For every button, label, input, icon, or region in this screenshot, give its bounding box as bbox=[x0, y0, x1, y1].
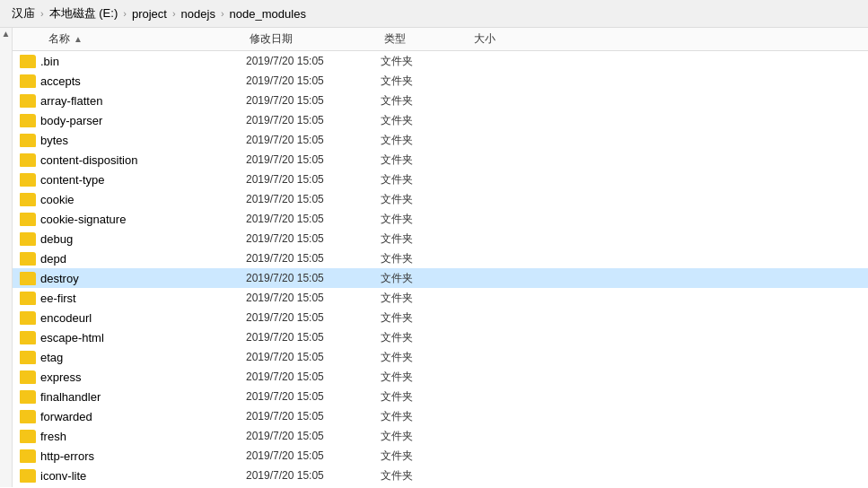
table-row[interactable]: cookie-signature 2019/7/20 15:05 文件夹 bbox=[13, 209, 868, 229]
table-row[interactable]: accepts 2019/7/20 15:05 文件夹 bbox=[13, 71, 868, 91]
folder-icon bbox=[20, 173, 36, 187]
breadcrumb-item-1[interactable]: 本地磁盘 (E:) bbox=[49, 5, 118, 22]
folder-icon bbox=[20, 410, 36, 423]
file-name-cell: cookie-signature bbox=[13, 213, 246, 226]
table-row[interactable]: debug 2019/7/20 15:05 文件夹 bbox=[13, 229, 868, 248]
file-date-cell: 2019/7/20 15:05 bbox=[246, 272, 381, 284]
file-name-text: encodeurl bbox=[40, 311, 92, 325]
file-name-text: debug bbox=[40, 232, 73, 246]
file-type-cell: 文件夹 bbox=[381, 291, 470, 306]
table-row[interactable]: bytes 2019/7/20 15:05 文件夹 bbox=[13, 130, 868, 150]
file-date-cell: 2019/7/20 15:05 bbox=[246, 410, 381, 423]
table-row[interactable]: express 2019/7/20 15:05 文件夹 bbox=[13, 367, 868, 387]
file-name-text: forwarded bbox=[40, 410, 92, 423]
file-type-cell: 文件夹 bbox=[381, 389, 470, 405]
table-row[interactable]: escape-html 2019/7/20 15:05 文件夹 bbox=[13, 327, 868, 347]
breadcrumb-item-0[interactable]: 汉庙 bbox=[12, 5, 35, 22]
table-row[interactable]: encodeurl 2019/7/20 15:05 文件夹 bbox=[13, 308, 868, 327]
file-name-cell: debug bbox=[13, 232, 246, 246]
file-name-text: .bin bbox=[40, 55, 59, 68]
file-name-cell: etag bbox=[13, 351, 246, 364]
table-row[interactable]: array-flatten 2019/7/20 15:05 文件夹 bbox=[13, 91, 868, 110]
file-type-cell: 文件夹 bbox=[381, 93, 470, 109]
left-nav-arrow[interactable]: ▲ bbox=[0, 28, 12, 40]
folder-icon bbox=[20, 134, 36, 147]
folder-icon bbox=[20, 213, 36, 226]
file-date-cell: 2019/7/20 15:05 bbox=[246, 232, 381, 245]
left-pane: ▲ bbox=[0, 28, 13, 487]
file-date-cell: 2019/7/20 15:05 bbox=[246, 469, 381, 482]
file-type-cell: 文件夹 bbox=[381, 449, 470, 464]
sort-arrow-icon: ▲ bbox=[74, 34, 83, 44]
file-name-cell: accepts bbox=[13, 74, 246, 88]
col-size-header[interactable]: 大小 bbox=[470, 31, 542, 47]
table-row[interactable]: content-type 2019/7/20 15:05 文件夹 bbox=[13, 170, 868, 189]
table-row[interactable]: iconv-lite 2019/7/20 15:05 文件夹 bbox=[13, 466, 868, 485]
folder-icon bbox=[20, 193, 36, 206]
file-name-cell: content-disposition bbox=[13, 153, 246, 167]
file-name-text: http-errors bbox=[40, 449, 94, 463]
table-row[interactable]: fresh 2019/7/20 15:05 文件夹 bbox=[13, 426, 868, 446]
file-name-cell: .bin bbox=[13, 55, 246, 68]
file-type-cell: 文件夹 bbox=[381, 429, 470, 444]
breadcrumb-sep-0: › bbox=[40, 8, 44, 19]
file-type-cell: 文件夹 bbox=[381, 133, 470, 148]
folder-icon bbox=[20, 94, 36, 108]
table-row[interactable]: finalhandler 2019/7/20 15:05 文件夹 bbox=[13, 387, 868, 406]
file-name-text: content-disposition bbox=[40, 153, 137, 167]
file-type-cell: 文件夹 bbox=[381, 330, 470, 345]
table-row[interactable]: forwarded 2019/7/20 15:05 文件夹 bbox=[13, 406, 868, 426]
file-name-text: cookie bbox=[40, 193, 75, 206]
table-row[interactable]: ee-first 2019/7/20 15:05 文件夹 bbox=[13, 288, 868, 308]
table-row[interactable]: destroy 2019/7/20 15:05 文件夹 bbox=[13, 268, 868, 288]
file-date-cell: 2019/7/20 15:05 bbox=[246, 430, 381, 442]
file-date-cell: 2019/7/20 15:05 bbox=[246, 94, 381, 107]
file-type-cell: 文件夹 bbox=[381, 74, 470, 89]
col-type-header[interactable]: 类型 bbox=[381, 31, 470, 47]
table-row[interactable]: content-disposition 2019/7/20 15:05 文件夹 bbox=[13, 150, 868, 170]
file-date-cell: 2019/7/20 15:05 bbox=[246, 449, 381, 462]
file-date-cell: 2019/7/20 15:05 bbox=[246, 55, 381, 67]
breadcrumb-item-2[interactable]: project bbox=[132, 7, 167, 21]
table-row[interactable]: cookie 2019/7/20 15:05 文件夹 bbox=[13, 189, 868, 209]
file-type-cell: 文件夹 bbox=[381, 192, 470, 207]
file-name-text: body-parser bbox=[40, 114, 102, 127]
file-date-cell: 2019/7/20 15:05 bbox=[246, 74, 381, 87]
file-name-text: accepts bbox=[40, 74, 81, 88]
file-date-cell: 2019/7/20 15:05 bbox=[246, 213, 381, 225]
file-type-cell: 文件夹 bbox=[381, 172, 470, 187]
file-name-text: bytes bbox=[40, 134, 68, 147]
file-name-text: express bbox=[40, 370, 82, 384]
file-date-cell: 2019/7/20 15:05 bbox=[246, 193, 381, 205]
folder-icon bbox=[20, 449, 36, 463]
table-row[interactable]: etag 2019/7/20 15:05 文件夹 bbox=[13, 347, 868, 367]
folder-icon bbox=[20, 370, 36, 384]
file-date-cell: 2019/7/20 15:05 bbox=[246, 134, 381, 146]
file-date-cell: 2019/7/20 15:05 bbox=[246, 173, 381, 186]
col-date-header[interactable]: 修改日期 bbox=[246, 31, 381, 47]
breadcrumb-item-3[interactable]: nodejs bbox=[181, 7, 215, 21]
table-row[interactable]: http-errors 2019/7/20 15:05 文件夹 bbox=[13, 446, 868, 466]
file-type-cell: 文件夹 bbox=[381, 152, 470, 168]
breadcrumb-item-4[interactable]: node_modules bbox=[230, 7, 306, 21]
folder-icon bbox=[20, 311, 36, 325]
file-name-text: depd bbox=[40, 252, 66, 266]
file-date-cell: 2019/7/20 15:05 bbox=[246, 292, 381, 304]
file-date-cell: 2019/7/20 15:05 bbox=[246, 153, 381, 166]
file-list[interactable]: .bin 2019/7/20 15:05 文件夹 accepts 2019/7/… bbox=[13, 51, 868, 487]
col-name-header[interactable]: 名称 ▲ bbox=[13, 31, 246, 47]
file-date-cell: 2019/7/20 15:05 bbox=[246, 351, 381, 363]
file-name-cell: body-parser bbox=[13, 114, 246, 127]
breadcrumb: 汉庙 › 本地磁盘 (E:) › project › nodejs › node… bbox=[0, 0, 868, 28]
column-header: 名称 ▲ 修改日期 类型 大小 bbox=[13, 28, 868, 51]
file-type-cell: 文件夹 bbox=[381, 54, 470, 69]
folder-icon bbox=[20, 331, 36, 344]
table-row[interactable]: .bin 2019/7/20 15:05 文件夹 bbox=[13, 51, 868, 71]
file-name-cell: express bbox=[13, 370, 246, 384]
table-row[interactable]: depd 2019/7/20 15:05 文件夹 bbox=[13, 248, 868, 268]
table-row[interactable]: body-parser 2019/7/20 15:05 文件夹 bbox=[13, 110, 868, 130]
file-name-text: etag bbox=[40, 351, 63, 364]
table-row[interactable]: inherits 2019/7/20 15:05 文件夹 bbox=[13, 485, 868, 487]
file-name-cell: depd bbox=[13, 252, 246, 266]
folder-icon bbox=[20, 55, 36, 68]
